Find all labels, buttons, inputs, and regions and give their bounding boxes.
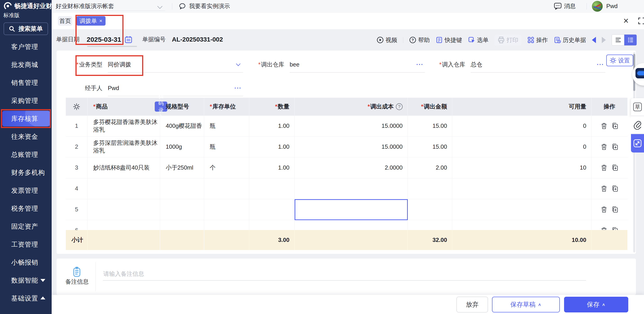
- copy-row-icon[interactable]: [612, 122, 619, 130]
- sidebar-item-purchase[interactable]: 采购管理: [0, 96, 52, 105]
- delete-row-icon[interactable]: [601, 164, 608, 171]
- cell-product[interactable]: 妙洁纸杯8盎司40只装: [88, 158, 160, 178]
- discard-button[interactable]: 放弃: [456, 297, 488, 312]
- cell-amount[interactable]: [408, 220, 452, 230]
- cell-amount[interactable]: [408, 178, 452, 199]
- pick-order-button[interactable]: 选单: [468, 36, 488, 44]
- close-page-icon[interactable]: ×: [623, 15, 628, 26]
- save-button[interactable]: 保存∧: [564, 297, 628, 312]
- cell-qty[interactable]: 1.00: [249, 136, 294, 157]
- delete-row-icon[interactable]: [601, 143, 608, 150]
- sidebar-item-funds[interactable]: 往来资金: [0, 132, 52, 141]
- help-circle-icon[interactable]: ?: [396, 103, 402, 110]
- view-toggle-list[interactable]: [624, 34, 636, 45]
- cell-qty[interactable]: [249, 178, 294, 199]
- doc-date-value[interactable]: 2025-03-31: [87, 36, 121, 43]
- cell-unit[interactable]: [204, 178, 249, 199]
- delete-row-icon[interactable]: [601, 122, 608, 130]
- cell-cost-focused[interactable]: [294, 199, 408, 220]
- in-warehouse-picker[interactable]: 总仓 ···: [471, 56, 606, 72]
- cell-product[interactable]: 多芬樱花甜香滋养美肤沐浴乳: [88, 116, 160, 136]
- sidebar-item-expense[interactable]: 小畅报销: [0, 258, 52, 267]
- save-draft-button[interactable]: 保存草稿∧: [492, 297, 560, 312]
- attachment-button[interactable]: [631, 116, 644, 134]
- sidebar-item-data-intel[interactable]: 数据智能: [0, 276, 52, 285]
- avatar[interactable]: [592, 1, 603, 12]
- cell-spec[interactable]: 1000g: [160, 136, 204, 157]
- sidebar-item-payroll[interactable]: 工资管理: [0, 240, 52, 249]
- delete-row-icon[interactable]: [601, 206, 608, 213]
- cell-product[interactable]: [88, 220, 160, 230]
- sidebar-item-assets[interactable]: 固定资产: [0, 222, 52, 231]
- copy-row-icon[interactable]: [612, 206, 619, 213]
- cell-cost[interactable]: 15.0000: [294, 116, 408, 136]
- tab-transfer-order[interactable]: 调拨单 ×: [76, 16, 106, 26]
- sidebar-item-sales[interactable]: 销售管理: [0, 78, 52, 87]
- cell-spec[interactable]: 400g樱花甜香: [160, 116, 204, 136]
- cell-qty[interactable]: [249, 199, 294, 220]
- draft-box-button[interactable]: 草: [631, 98, 644, 116]
- remark-input[interactable]: [103, 268, 586, 280]
- sidebar-item-ledger[interactable]: 总账管理: [0, 150, 52, 159]
- expand-panel-button[interactable]: [631, 134, 644, 152]
- out-warehouse-picker[interactable]: bee ···: [290, 56, 425, 72]
- agent-picker[interactable]: Pwd ···: [108, 80, 243, 96]
- delete-row-icon[interactable]: [601, 227, 608, 230]
- history-button[interactable]: 历史单据: [554, 36, 586, 44]
- tab-home[interactable]: 首页: [58, 16, 72, 26]
- help-button[interactable]: ? 帮助: [409, 36, 430, 44]
- cell-cost[interactable]: 15.0000: [294, 136, 408, 157]
- menu-search-input[interactable]: 搜索菜单: [4, 22, 48, 35]
- more-picker-icon[interactable]: ···: [597, 56, 604, 72]
- business-type-select[interactable]: 同价调拨: [108, 56, 243, 72]
- cell-amount[interactable]: 15.00: [408, 136, 452, 157]
- cell-qty[interactable]: 1.00: [249, 158, 294, 178]
- cell-product[interactable]: 多芬深层营润滋养美肤沐浴乳: [88, 136, 160, 157]
- cell-spec[interactable]: 小于250ml: [160, 158, 204, 178]
- prev-arrow-icon[interactable]: [592, 37, 596, 43]
- cell-unit[interactable]: 个: [204, 158, 249, 178]
- hotkey-button[interactable]: 快捷键: [436, 36, 462, 44]
- account-select[interactable]: 好业财标准版演示帐套: [56, 2, 165, 11]
- cell-amount[interactable]: 15.00: [408, 116, 452, 136]
- cell-unit[interactable]: 瓶: [204, 136, 249, 157]
- sidebar-item-customer[interactable]: 客户管理: [0, 42, 52, 51]
- cell-amount[interactable]: 2.00: [408, 158, 452, 178]
- sidebar-item-settings[interactable]: 基础设置: [0, 294, 52, 303]
- column-settings-gear[interactable]: [66, 98, 88, 116]
- cell-cost[interactable]: 2.0000: [294, 158, 408, 178]
- tab-close-icon[interactable]: ×: [99, 18, 102, 24]
- cell-qty[interactable]: [249, 220, 294, 230]
- cell-qty[interactable]: 1.00: [249, 116, 294, 136]
- cell-spec[interactable]: [160, 199, 204, 220]
- sidebar-item-tax[interactable]: 税务管理: [0, 204, 52, 213]
- sidebar-item-multiorg[interactable]: 财务多机构: [0, 168, 52, 177]
- copy-row-icon[interactable]: [612, 227, 619, 230]
- calendar-icon[interactable]: [124, 36, 132, 43]
- sidebar-item-invoice[interactable]: 发票管理: [0, 186, 52, 195]
- delete-row-icon[interactable]: [601, 185, 608, 192]
- view-toggle-table[interactable]: [612, 34, 624, 45]
- sidebar-item-wholesale[interactable]: 批发商城: [0, 60, 52, 69]
- cell-amount[interactable]: [408, 199, 452, 220]
- more-picker-icon[interactable]: ···: [234, 80, 242, 96]
- next-arrow-icon[interactable]: [602, 37, 606, 43]
- cell-cost[interactable]: [294, 220, 408, 230]
- demo-link[interactable]: 我要看实例演示: [179, 2, 230, 10]
- fullscreen-icon[interactable]: [638, 18, 644, 24]
- messages-button[interactable]: 消息: [554, 2, 576, 10]
- cell-product[interactable]: [88, 199, 160, 220]
- cell-spec[interactable]: [160, 220, 204, 230]
- settings-button[interactable]: 设置: [606, 54, 633, 66]
- copy-row-icon[interactable]: [612, 185, 619, 192]
- cell-cost[interactable]: [294, 178, 408, 199]
- actions-button[interactable]: 操作: [527, 36, 548, 44]
- cell-product[interactable]: [88, 178, 160, 199]
- copy-row-icon[interactable]: [612, 143, 619, 150]
- sidebar-item-inventory[interactable]: 库存核算: [0, 114, 52, 123]
- cell-unit[interactable]: [204, 199, 249, 220]
- cell-unit[interactable]: 瓶: [204, 116, 249, 136]
- copy-row-icon[interactable]: [612, 164, 619, 171]
- video-button[interactable]: 视频: [376, 36, 397, 44]
- cell-spec[interactable]: [160, 178, 204, 199]
